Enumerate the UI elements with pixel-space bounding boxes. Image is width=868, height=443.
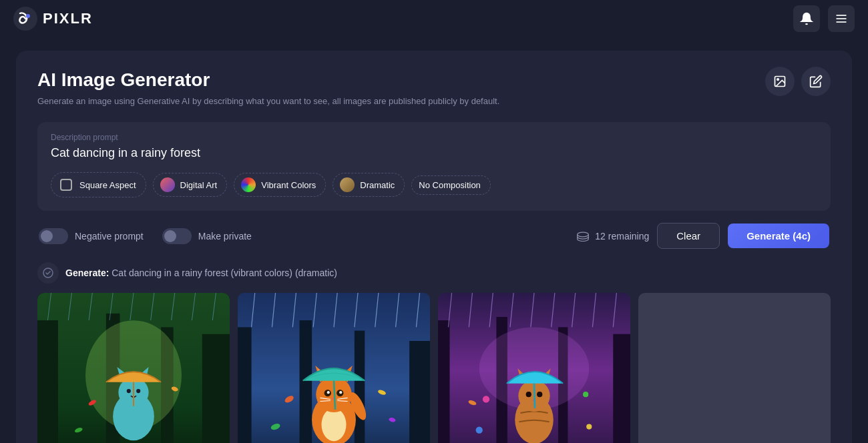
svg-point-50 xyxy=(321,408,346,441)
tag-style[interactable]: Digital Art xyxy=(153,173,228,197)
generated-image-1[interactable] xyxy=(37,293,230,443)
vibrant-colors-icon xyxy=(241,177,256,192)
svg-rect-38 xyxy=(300,320,312,443)
tag-aspect[interactable]: Square Aspect xyxy=(51,172,146,197)
svg-point-1 xyxy=(26,14,30,18)
svg-rect-71 xyxy=(438,320,449,443)
gallery-button[interactable] xyxy=(765,67,795,96)
svg-point-96 xyxy=(586,424,592,429)
generated-image-4[interactable] xyxy=(638,293,831,443)
generate-status-icon xyxy=(37,262,59,284)
svg-rect-12 xyxy=(202,334,230,443)
svg-point-58 xyxy=(339,391,342,394)
pixlr-logo: PIXLR xyxy=(13,7,93,31)
page-title: AI Image Generator xyxy=(37,69,499,91)
generate-header: Generate: Cat dancing in a rainy forest … xyxy=(37,262,831,284)
tag-style-label: Digital Art xyxy=(180,180,218,190)
generate-button[interactable]: Generate (4c) xyxy=(728,224,829,248)
credits-remaining-text: 12 remaining xyxy=(595,231,649,242)
tag-aspect-label: Square Aspect xyxy=(79,180,136,190)
menu-button[interactable] xyxy=(828,5,855,32)
negative-prompt-label: Negative prompt xyxy=(75,231,144,242)
digital-art-icon xyxy=(160,177,175,192)
svg-point-95 xyxy=(476,427,483,434)
credits-badge: 12 remaining xyxy=(576,231,649,242)
svg-point-29 xyxy=(127,389,131,393)
hamburger-icon xyxy=(835,12,848,25)
page-subtitle: Generate an image using Generative AI by… xyxy=(37,96,499,106)
tag-color[interactable]: Vibrant Colors xyxy=(234,173,326,197)
tag-color-label: Vibrant Colors xyxy=(261,180,316,190)
navbar-right xyxy=(793,5,855,32)
svg-point-30 xyxy=(136,389,140,393)
generated-image-3[interactable] xyxy=(438,293,630,443)
make-private-toggle-group: Make private xyxy=(162,228,252,244)
navbar: PIXLR xyxy=(0,0,868,37)
logo-text: PIXLR xyxy=(43,10,93,27)
negative-prompt-toggle[interactable] xyxy=(39,228,68,244)
negative-prompt-toggle-group: Negative prompt xyxy=(39,228,144,244)
controls-row: Negative prompt Make private xyxy=(37,223,831,249)
svg-point-94 xyxy=(583,392,588,397)
generate-title: Generate: Cat dancing in a rainy forest … xyxy=(65,268,337,278)
credits-icon xyxy=(576,231,590,242)
make-private-label: Make private xyxy=(198,231,252,242)
controls-left: Negative prompt Make private xyxy=(39,228,252,244)
gallery-icon xyxy=(773,75,787,88)
svg-line-92 xyxy=(534,384,535,408)
navbar-left: PIXLR xyxy=(13,7,93,31)
tags-row: Square Aspect Digital Art Vibrant Colors… xyxy=(51,172,817,197)
make-private-toggle[interactable] xyxy=(162,228,192,244)
notification-button[interactable] xyxy=(793,5,820,32)
pen-icon xyxy=(809,75,823,88)
controls-right: 12 remaining Clear Generate (4c) xyxy=(576,223,829,249)
card-header: AI Image Generator Generate an image usi… xyxy=(37,69,831,119)
generate-prefix: Generate: xyxy=(65,268,109,278)
clear-button[interactable]: Clear xyxy=(657,223,720,249)
generated-image-2[interactable] xyxy=(238,293,430,443)
bell-icon xyxy=(800,12,813,25)
tag-mood-label: Dramatic xyxy=(360,180,395,190)
svg-rect-72 xyxy=(613,334,630,443)
dramatic-icon xyxy=(340,177,355,192)
square-aspect-icon xyxy=(58,177,74,193)
svg-rect-36 xyxy=(238,327,252,443)
svg-rect-37 xyxy=(409,341,430,443)
generate-section: Generate: Cat dancing in a rainy forest … xyxy=(37,262,831,443)
svg-point-89 xyxy=(526,392,531,397)
image-grid xyxy=(37,293,831,443)
svg-point-90 xyxy=(537,392,542,397)
svg-point-93 xyxy=(483,396,489,402)
svg-point-57 xyxy=(327,391,330,394)
pixlr-logo-icon xyxy=(13,7,37,31)
title-section: AI Image Generator Generate an image usi… xyxy=(37,69,499,119)
prompt-text: Cat dancing in a rainy forest xyxy=(51,146,817,160)
svg-point-7 xyxy=(578,232,589,237)
tag-composition-label: No Composition xyxy=(419,180,481,190)
main-card: AI Image Generator Generate an image usi… xyxy=(16,51,852,443)
tag-composition[interactable]: No Composition xyxy=(411,175,491,195)
main-content: AI Image Generator Generate an image usi… xyxy=(0,37,868,443)
prompt-box: Description prompt Cat dancing in a rain… xyxy=(37,122,831,211)
card-header-actions xyxy=(765,67,831,96)
tag-mood[interactable]: Dramatic xyxy=(333,173,405,197)
svg-rect-39 xyxy=(355,331,365,443)
generate-prompt: Cat dancing in a rainy forest (vibrant c… xyxy=(112,268,337,278)
prompt-label: Description prompt xyxy=(51,133,817,142)
edit-button[interactable] xyxy=(801,67,831,96)
svg-point-6 xyxy=(777,79,779,81)
svg-rect-11 xyxy=(37,320,58,443)
